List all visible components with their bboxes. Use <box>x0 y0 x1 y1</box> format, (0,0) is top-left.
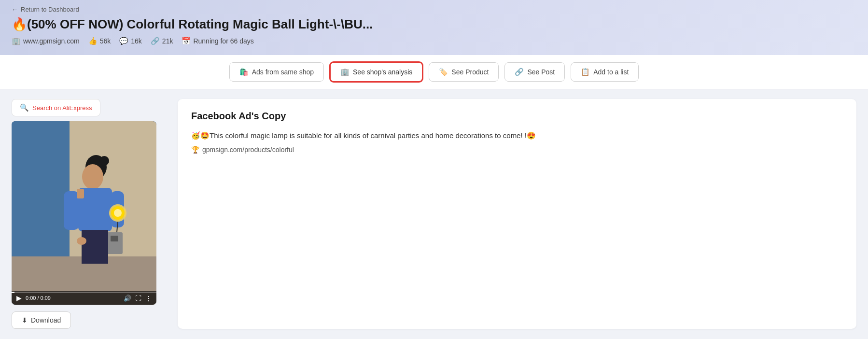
ad-copy-text: 🥳🤩This colorful magic lamp is suitable f… <box>191 129 843 142</box>
building-icon: 🏢 <box>12 37 21 45</box>
volume-icon[interactable]: 🔊 <box>124 295 131 302</box>
building-analysis-icon: 🏢 <box>340 68 350 76</box>
share-icon: 🔗 <box>151 37 160 45</box>
add-to-list-button[interactable]: 📋 Add to a list <box>571 62 639 82</box>
back-link-label: Return to Dashboard <box>21 6 79 13</box>
svg-point-19 <box>77 237 86 245</box>
see-product-button[interactable]: 🏷️ See Product <box>429 62 499 82</box>
download-button[interactable]: ⬇ Download <box>12 311 71 329</box>
add-to-list-label: Add to a list <box>593 68 629 76</box>
meta-comments: 💬 16k <box>119 37 142 45</box>
svg-point-8 <box>99 156 109 166</box>
ad-copy-panel: Facebook Ad's Copy 🥳🤩This colorful magic… <box>178 99 856 329</box>
download-label: Download <box>31 316 61 324</box>
see-post-label: See Post <box>527 68 555 76</box>
ad-copy-title: Facebook Ad's Copy <box>191 111 843 122</box>
comment-icon: 💬 <box>119 37 128 45</box>
see-shops-analysis-button[interactable]: 🏢 See shop's analysis <box>330 62 423 82</box>
svg-rect-13 <box>77 189 84 198</box>
video-controls: ▶ 0:00 / 0:09 🔊 ⛶ ⋮ <box>12 291 156 305</box>
video-controls-right: 🔊 ⛶ ⋮ <box>124 295 152 302</box>
search-aliexpress-button[interactable]: 🔍 Search on AliExpress <box>12 99 100 116</box>
comments-count: 16k <box>131 37 142 45</box>
domain-text: www.gpmsign.com <box>23 37 80 45</box>
ad-link-url: gpmsign.com/products/colorful <box>202 146 294 154</box>
actions-section: 🛍️ Ads from same shop 🏢 See shop's analy… <box>0 55 868 89</box>
see-post-button[interactable]: 🔗 See Post <box>504 62 565 82</box>
svg-rect-14 <box>82 230 108 264</box>
download-icon: ⬇ <box>22 316 28 324</box>
svg-rect-6 <box>111 236 118 241</box>
link-icon: 🔗 <box>515 68 524 76</box>
play-icon[interactable]: ▶ <box>16 294 22 302</box>
search-aliexpress-label: Search on AliExpress <box>32 104 92 112</box>
download-area: ⬇ Download <box>12 311 166 329</box>
page-title: 🔥(50% OFF NOW) Colorful Rotating Magic B… <box>12 17 856 32</box>
tag-icon: 🏷️ <box>439 68 448 76</box>
back-link[interactable]: ← Return to Dashboard <box>12 6 856 13</box>
meta-running: 📅 Running for 66 days <box>182 37 253 45</box>
svg-point-9 <box>82 164 103 189</box>
meta-domain: 🏢 www.gpmsign.com <box>12 37 80 45</box>
list-add-icon: 📋 <box>581 68 590 76</box>
video-progress-bar[interactable] <box>12 292 156 293</box>
likes-count: 56k <box>100 37 111 45</box>
meta-likes: 👍 56k <box>88 37 111 45</box>
video-panel: 🔍 Search on AliExpress <box>12 99 166 329</box>
ads-same-shop-label: Ads from same shop <box>252 68 314 76</box>
meta-bar: 🏢 www.gpmsign.com 👍 56k 💬 16k 🔗 21k 📅 Ru… <box>12 37 856 45</box>
main-content: 🔍 Search on AliExpress <box>0 89 868 339</box>
video-thumbnail <box>12 121 156 305</box>
calendar-icon: 📅 <box>182 37 191 45</box>
time-display: 0:00 / 0:09 <box>26 295 120 301</box>
video-container: ▶ 0:00 / 0:09 🔊 ⛶ ⋮ <box>12 121 156 305</box>
link-emoji-icon: 🏆 <box>191 146 199 154</box>
video-scene-svg <box>12 121 156 305</box>
shares-count: 21k <box>162 37 173 45</box>
see-product-label: See Product <box>451 68 489 76</box>
see-shops-analysis-label: See shop's analysis <box>353 68 412 76</box>
fullscreen-icon[interactable]: ⛶ <box>135 295 141 302</box>
ads-same-shop-button[interactable]: 🛍️ Ads from same shop <box>229 62 324 82</box>
running-text: Running for 66 days <box>193 37 253 45</box>
ad-link: 🏆 gpmsign.com/products/colorful <box>191 146 843 154</box>
search-icon: 🔍 <box>20 103 29 112</box>
svg-point-17 <box>114 209 122 217</box>
shop-bag-icon: 🛍️ <box>239 68 249 76</box>
progress-bar-fill <box>12 292 14 293</box>
more-options-icon[interactable]: ⋮ <box>145 295 152 302</box>
back-arrow-icon: ← <box>12 6 18 13</box>
header-section: ← Return to Dashboard 🔥(50% OFF NOW) Col… <box>0 0 868 55</box>
like-icon: 👍 <box>88 37 98 45</box>
meta-shares: 🔗 21k <box>151 37 173 45</box>
